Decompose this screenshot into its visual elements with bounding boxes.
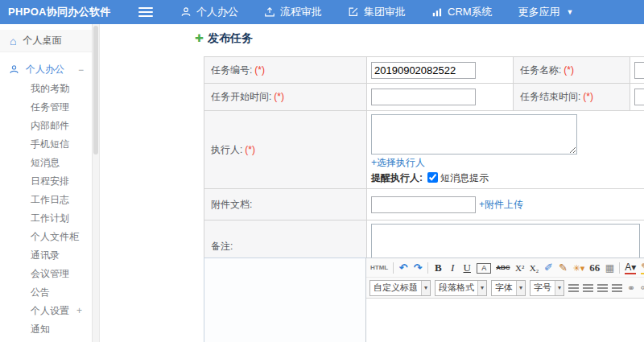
sidebar-item[interactable]: 内部邮件 xyxy=(0,117,92,135)
page-title: 发布任务 xyxy=(208,31,253,46)
format-painter-button[interactable]: ✎ xyxy=(559,262,568,274)
align-right-button[interactable] xyxy=(597,284,608,292)
nav-more-apps[interactable]: 更多应用 ▼ xyxy=(518,5,574,19)
custom-title-select[interactable]: 自定义标题▾ xyxy=(369,280,431,296)
executor-textarea[interactable] xyxy=(371,114,577,155)
auto-typeset-button[interactable]: ✳▾ xyxy=(573,262,585,274)
end-time-input[interactable] xyxy=(634,89,644,105)
content-label-cell xyxy=(204,258,365,342)
paragraph-format-select[interactable]: 段落格式▾ xyxy=(435,280,487,296)
rich-text-editor: HTML↶↷BIUAABCX²X₂✐✎✳▾66▦A▾✎▾≣▾≔▾▢ 自定义标题▾… xyxy=(365,258,644,342)
content-editor-row: HTML↶↷BIUAABCX²X₂✐✎✳▾66▦A▾✎▾≣▾≔▾▢ 自定义标题▾… xyxy=(204,258,644,342)
separator[interactable] xyxy=(393,262,394,274)
attachment-input[interactable] xyxy=(371,196,476,213)
sidebar-item[interactable]: 个人文件柜 xyxy=(0,228,92,246)
sidebar-item-label: 个人桌面 xyxy=(23,34,61,47)
font-family-select[interactable]: 字体▾ xyxy=(491,280,526,296)
sidebar-item-settings[interactable]: 个人设置 + xyxy=(0,302,92,320)
nav-workflow-approval[interactable]: 流程审批 xyxy=(264,5,322,19)
superscript-button[interactable]: X² xyxy=(515,262,525,274)
underline-button[interactable]: U xyxy=(462,262,472,274)
bar-chart-icon xyxy=(431,6,443,18)
start-time-input[interactable] xyxy=(371,89,476,105)
sidebar-item[interactable]: 任务管理 xyxy=(0,98,92,117)
main-content: ✚ 发布任务 任务编号:(*) 任务名称:(*) 任务开始时间:(*) 任务结束… xyxy=(100,24,644,342)
redo-button[interactable]: ↷ xyxy=(413,262,423,274)
html-source-button[interactable]: HTML xyxy=(370,262,388,274)
edit-approval-icon xyxy=(348,6,359,18)
paste-filter-button[interactable]: ▦ xyxy=(605,262,614,274)
caret-down-icon[interactable]: ▾ xyxy=(477,281,486,295)
nav-group-approval[interactable]: 集团审批 xyxy=(348,5,406,19)
sidebar-item-desktop[interactable]: ⌂ 个人桌面 xyxy=(0,30,92,52)
align-justify-button[interactable] xyxy=(612,284,622,292)
blockquote-button[interactable]: 66 xyxy=(589,262,600,274)
sidebar-item[interactable]: 通讯录 xyxy=(0,246,92,265)
sidebar-item[interactable]: 手机短信 xyxy=(0,135,92,154)
nav-label: 更多应用 xyxy=(518,5,560,19)
sms-remind-checkbox[interactable] xyxy=(427,172,438,183)
nav-label: CRM系统 xyxy=(448,5,493,19)
separator[interactable] xyxy=(427,262,428,274)
app-window: PHPOA协同办公软件 个人办公 流程审批 集团审批 CRM系统 更多应用 ▼ xyxy=(0,0,644,342)
unlink-button[interactable]: ⚮ xyxy=(640,283,644,293)
sidebar-section-label: 个人办公 xyxy=(26,63,64,76)
sidebar-item[interactable]: 会议管理 xyxy=(0,265,92,283)
attachment-upload-link[interactable]: +附件上传 xyxy=(479,198,523,212)
expand-indicator[interactable]: + xyxy=(76,302,82,320)
editor-toolbar-row2: 自定义标题▾段落格式▾字体▾字号▾ ⚭⚮ xyxy=(366,278,644,298)
caret-down-icon[interactable]: ▾ xyxy=(421,281,430,295)
editor-toolbar-row1: HTML↶↷BIUAABCX²X₂✐✎✳▾66▦A▾✎▾≣▾≔▾▢ xyxy=(366,258,644,278)
bold-button[interactable]: B xyxy=(433,262,443,274)
nav-personal-office[interactable]: 个人办公 xyxy=(180,5,238,19)
hamburger-menu-icon[interactable] xyxy=(138,7,153,17)
caret-down-icon[interactable]: ▾ xyxy=(516,281,525,295)
attachment-label: 附件文档: xyxy=(211,199,252,210)
link-button[interactable]: ⚭ xyxy=(626,283,636,293)
sidebar-scrollbar[interactable] xyxy=(93,24,100,342)
upload-workflow-icon xyxy=(264,6,275,18)
sidebar-item[interactable]: 工作日志 xyxy=(0,191,92,209)
task-number-input[interactable] xyxy=(371,62,476,79)
align-left-button[interactable] xyxy=(568,284,579,292)
nav-label: 集团审批 xyxy=(364,5,406,19)
editor-body[interactable] xyxy=(366,298,644,342)
undo-button[interactable]: ↶ xyxy=(398,262,408,274)
caret-down-icon[interactable]: ▾ xyxy=(555,281,564,295)
italic-button[interactable]: I xyxy=(448,262,457,274)
sidebar-item-notice[interactable]: 通知 xyxy=(0,320,92,339)
remind-executor-label: 提醒执行人: xyxy=(371,172,423,183)
required-marker: (*) xyxy=(274,91,284,102)
editor-combo-group: 自定义标题▾段落格式▾字体▾字号▾ xyxy=(369,280,564,296)
font-border-button[interactable]: A xyxy=(477,263,491,274)
sidebar-item[interactable]: 公告 xyxy=(0,283,92,302)
sidebar-item[interactable]: 我的考勤 xyxy=(0,80,92,98)
caret-down-icon: ▼ xyxy=(567,8,574,16)
eraser-button[interactable]: ✐ xyxy=(544,262,554,274)
executor-label: 执行人: xyxy=(211,144,242,155)
user-icon xyxy=(180,6,192,18)
sms-checkbox-label: 短消息提示 xyxy=(440,172,489,183)
font-size-select[interactable]: 字号▾ xyxy=(530,280,564,296)
user-icon xyxy=(9,64,19,75)
background-color-button[interactable]: ✎▾ xyxy=(641,262,644,274)
task-form-table: 任务编号:(*) 任务名称:(*) 任务开始时间:(*) 任务结束时间:(*) … xyxy=(204,56,644,273)
sidebar-item[interactable]: 日程安排 xyxy=(0,172,92,191)
select-executor-link[interactable]: +选择执行人 xyxy=(371,157,425,168)
subscript-button[interactable]: X₂ xyxy=(530,262,539,274)
sidebar-item[interactable]: 短消息 xyxy=(0,154,92,172)
remark-label: 备注: xyxy=(211,241,233,252)
align-center-button[interactable] xyxy=(583,284,593,292)
sidebar-section-personal-office[interactable]: 个人办公 − xyxy=(0,60,92,80)
nav-crm-system[interactable]: CRM系统 xyxy=(431,5,493,19)
end-time-label: 任务结束时间: xyxy=(520,91,580,102)
strikethrough-button[interactable]: ABC xyxy=(496,262,510,274)
top-nav: 个人办公 流程审批 集团审批 CRM系统 更多应用 ▼ xyxy=(180,5,574,19)
scrollbar-thumb[interactable] xyxy=(93,26,98,155)
font-color-button[interactable]: A▾ xyxy=(625,262,636,274)
collapse-indicator[interactable]: − xyxy=(78,64,84,76)
task-number-label: 任务编号: xyxy=(211,64,252,76)
sidebar-item[interactable]: 工作计划 xyxy=(0,209,92,228)
separator[interactable] xyxy=(619,262,620,274)
task-name-input[interactable] xyxy=(634,62,644,79)
